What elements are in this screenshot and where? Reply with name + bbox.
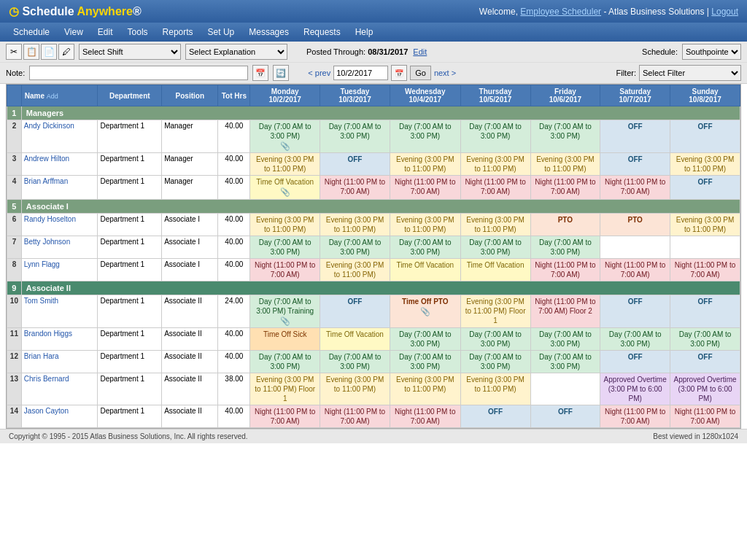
nav-reports[interactable]: Reports [155, 23, 201, 42]
shift-cell[interactable]: Night (11:00 PM to 7:00 AM) [600, 176, 670, 199]
employee-name-link[interactable]: Randy Hoselton [24, 215, 76, 223]
nav-requests[interactable]: Requests [296, 23, 348, 42]
shift-cell[interactable]: Evening (3:00 PM to 11:00 PM) [250, 213, 320, 236]
shift-cell[interactable]: OFF [670, 176, 740, 199]
shift-cell[interactable]: Evening (3:00 PM to 11:00 PM) [320, 258, 390, 281]
shift-cell[interactable]: OFF [600, 350, 670, 373]
shift-cell[interactable]: Day (7:00 AM to 3:00 PM) [530, 327, 600, 350]
employee-name-link[interactable]: Jason Cayton [24, 407, 69, 415]
shift-cell[interactable]: Day (7:00 AM to 3:00 PM) [460, 236, 530, 258]
shift-cell[interactable]: Day (7:00 AM to 3:00 PM) [250, 350, 320, 373]
shift-cell[interactable]: Day (7:00 AM to 3:00 PM) [460, 120, 530, 153]
posted-edit-link[interactable]: Edit [413, 47, 427, 56]
shift-cell[interactable]: Day (7:00 AM to 3:00 PM) [530, 236, 600, 258]
next-link[interactable]: next > [434, 69, 456, 77]
explanation-select[interactable]: Select Explanation [185, 44, 287, 60]
shift-cell[interactable]: Night (11:00 PM to 7:00 AM) [600, 405, 670, 427]
shift-cell[interactable]: Night (11:00 PM to 7:00 AM) [390, 176, 460, 199]
shift-cell[interactable]: Time Off Vacation [390, 258, 460, 281]
shift-cell[interactable] [530, 373, 600, 405]
shift-cell[interactable]: Evening (3:00 PM to 11:00 PM) [460, 373, 530, 405]
shift-cell[interactable]: Evening (3:00 PM to 11:00 PM) [460, 213, 530, 236]
date-calendar-icon[interactable]: 📅 [391, 65, 407, 81]
shift-cell[interactable] [670, 236, 740, 258]
shift-cell[interactable]: Evening (3:00 PM to 11:00 PM) [390, 213, 460, 236]
nav-help[interactable]: Help [348, 23, 381, 42]
shift-cell[interactable]: Day (7:00 AM to 3:00 PM) [390, 236, 460, 258]
shift-cell[interactable]: Evening (3:00 PM to 11:00 PM) Floor 1 [460, 295, 530, 327]
schedule-select[interactable]: Southpointe [682, 44, 741, 60]
shift-cell[interactable]: OFF [530, 405, 600, 427]
employee-name-link[interactable]: Brandon Higgs [24, 330, 72, 338]
shift-cell[interactable]: Night (11:00 PM to 7:00 AM) [600, 258, 670, 281]
shift-cell[interactable]: Day (7:00 AM to 3:00 PM) [320, 120, 390, 153]
shift-cell[interactable]: Time Off Sick [250, 327, 320, 350]
shift-cell[interactable]: Evening (3:00 PM to 11:00 PM) [390, 373, 460, 405]
shift-cell[interactable]: Night (11:00 PM to 7:00 AM) [530, 176, 600, 199]
employee-scheduler-link[interactable]: Employee Scheduler [520, 7, 601, 17]
shift-cell[interactable]: Evening (3:00 PM to 11:00 PM) [250, 153, 320, 176]
shift-cell[interactable]: Day (7:00 AM to 3:00 PM) [460, 350, 530, 373]
shift-cell[interactable]: Night (11:00 PM to 7:00 AM) [250, 258, 320, 281]
shift-cell[interactable]: Evening (3:00 PM to 11:00 PM) [670, 213, 740, 236]
refresh-icon[interactable]: 🔄 [273, 65, 289, 81]
shift-cell[interactable]: Approved Overtime (3:00 PM to 6:00 PM) [600, 373, 670, 405]
add-link[interactable]: Add [47, 93, 58, 100]
shift-cell[interactable]: OFF [460, 405, 530, 427]
go-button[interactable]: Go [410, 66, 431, 80]
shift-cell[interactable]: OFF [320, 153, 390, 176]
nav-view[interactable]: View [57, 23, 90, 42]
shift-cell[interactable]: Day (7:00 AM to 3:00 PM) Training📎 [250, 295, 320, 327]
employee-name-link[interactable]: Andy Dickinson [24, 122, 74, 130]
note-input[interactable] [29, 66, 248, 80]
shift-cell[interactable]: Day (7:00 AM to 3:00 PM) [460, 327, 530, 350]
shift-cell[interactable]: Day (7:00 AM to 3:00 PM) [530, 350, 600, 373]
shift-cell[interactable]: Night (11:00 PM to 7:00 AM) [320, 405, 390, 427]
shift-cell[interactable]: Time Off Vacation📎 [250, 176, 320, 199]
employee-name-link[interactable]: Andrew Hilton [24, 155, 69, 163]
employee-name-link[interactable]: Lynn Flagg [24, 260, 60, 268]
logout-link[interactable]: Logout [711, 7, 738, 17]
shift-cell[interactable]: Day (7:00 AM to 3:00 PM) [390, 327, 460, 350]
shift-cell[interactable]: OFF [670, 350, 740, 373]
employee-name-link[interactable]: Chris Bernard [24, 375, 69, 383]
shift-cell[interactable]: Day (7:00 AM to 3:00 PM)📎 [250, 120, 320, 153]
shift-cell[interactable]: Evening (3:00 PM to 11:00 PM) Floor 1 [250, 373, 320, 405]
highlight-icon[interactable]: 🖊 [58, 44, 74, 60]
nav-messages[interactable]: Messages [241, 23, 296, 42]
shift-cell[interactable]: Day (7:00 AM to 3:00 PM) [390, 350, 460, 373]
shift-cell[interactable]: OFF [670, 295, 740, 327]
shift-cell[interactable]: Day (7:00 AM to 3:00 PM) [600, 327, 670, 350]
copy-icon[interactable]: 📋 [23, 44, 39, 60]
nav-tools[interactable]: Tools [120, 23, 155, 42]
shift-cell[interactable]: Day (7:00 AM to 3:00 PM) [320, 350, 390, 373]
date-input[interactable] [333, 66, 388, 80]
shift-cell[interactable]: Evening (3:00 PM to 11:00 PM) [530, 153, 600, 176]
shift-cell[interactable]: Evening (3:00 PM to 11:00 PM) [320, 373, 390, 405]
shift-cell[interactable]: Evening (3:00 PM to 11:00 PM) [390, 153, 460, 176]
shift-cell[interactable]: Night (11:00 PM to 7:00 AM) [250, 405, 320, 427]
shift-cell[interactable]: OFF [600, 153, 670, 176]
shift-cell[interactable]: Approved Overtime (3:00 PM to 6:00 PM) [670, 373, 740, 405]
shift-cell[interactable]: Day (7:00 AM to 3:00 PM) [530, 120, 600, 153]
shift-cell[interactable]: Evening (3:00 PM to 11:00 PM) [670, 153, 740, 176]
employee-name-link[interactable]: Brian Arffman [24, 177, 68, 185]
shift-cell[interactable]: Time Off Vacation [320, 327, 390, 350]
shift-cell[interactable]: Night (11:00 PM to 7:00 AM) [460, 176, 530, 199]
nav-setup[interactable]: Set Up [201, 23, 242, 42]
shift-cell[interactable]: Day (7:00 AM to 3:00 PM) [390, 120, 460, 153]
shift-cell[interactable]: Evening (3:00 PM to 11:00 PM) [320, 213, 390, 236]
shift-cell[interactable]: Time Off PTO📎 [390, 295, 460, 327]
shift-cell[interactable]: Night (11:00 PM to 7:00 AM) [670, 258, 740, 281]
shift-cell[interactable]: Time Off Vacation [460, 258, 530, 281]
paste-icon[interactable]: 📄 [41, 44, 57, 60]
calendar-icon[interactable]: 📅 [252, 65, 268, 81]
shift-cell[interactable]: Night (11:00 PM to 7:00 AM) [320, 176, 390, 199]
employee-name-link[interactable]: Brian Hara [24, 352, 59, 360]
shift-cell[interactable]: PTO [530, 213, 600, 236]
shift-cell[interactable]: OFF [600, 120, 670, 153]
shift-cell[interactable]: OFF [600, 295, 670, 327]
shift-cell[interactable]: Night (11:00 PM to 7:00 AM) Floor 2 [530, 295, 600, 327]
shift-select[interactable]: Select Shift [79, 44, 181, 60]
employee-name-link[interactable]: Tom Smith [24, 297, 58, 305]
